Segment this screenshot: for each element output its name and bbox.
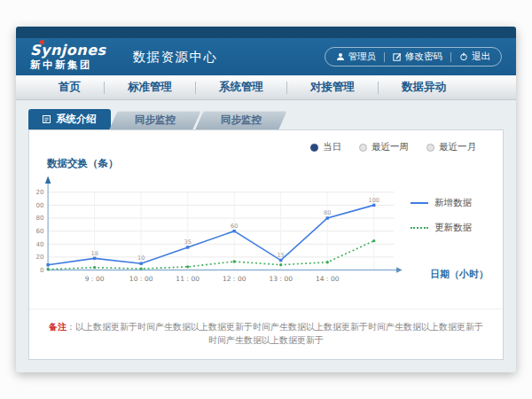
- page-title: 数据资源中心: [119, 49, 218, 66]
- browser-window: Synjones 新中新集团 数据资源中心 管理员: [16, 27, 516, 372]
- y-axis-label: 数据交换（条）: [29, 155, 503, 170]
- user-menu-change-password-label: 修改密码: [405, 51, 442, 63]
- time-range-filters: 当日 最近一周 最近一月: [29, 130, 503, 155]
- svg-text:0: 0: [40, 266, 43, 274]
- tab-system-intro[interactable]: 系统介绍: [28, 109, 111, 129]
- svg-text:20: 20: [36, 253, 43, 261]
- radio-dot-selected: [310, 144, 318, 152]
- legend-updated-data[interactable]: 更新数据: [411, 222, 496, 234]
- green-line-sample: [411, 227, 428, 229]
- nav-item-home[interactable]: 首页: [35, 80, 104, 95]
- tab-sync-monitor-1[interactable]: 同步监控: [113, 111, 197, 129]
- svg-text:80: 80: [324, 209, 331, 216]
- user-icon: [336, 52, 345, 61]
- svg-text:12：00: 12：00: [223, 275, 246, 283]
- svg-text:60: 60: [231, 223, 238, 230]
- user-menu-logout-label: 退出: [472, 51, 490, 63]
- svg-text:18: 18: [90, 250, 98, 257]
- user-menu-logout[interactable]: 退出: [459, 51, 490, 63]
- power-icon: [459, 52, 468, 61]
- user-menu-separator: [450, 52, 451, 62]
- exchange-line-chart: 0204060801001209：0010：0011：0012：0013：001…: [36, 170, 411, 286]
- x-axis-label: 日期（小时）: [430, 268, 489, 281]
- svg-text:80: 80: [36, 214, 43, 222]
- document-icon: [43, 115, 51, 123]
- nav-item-connection-mgmt[interactable]: 对接管理: [287, 80, 378, 95]
- chart-row: 0204060801001209：0010：0011：0012：0013：001…: [29, 170, 503, 286]
- chart-container: 0204060801001209：0010：0011：0012：0013：001…: [36, 170, 411, 286]
- synjones-logo: Synjones 新中新集团: [30, 43, 106, 71]
- user-menu-separator: [384, 52, 385, 62]
- radio-last-month[interactable]: 最近一月: [426, 141, 476, 153]
- radio-dot: [426, 144, 434, 152]
- user-menu: 管理员 修改密码 退出: [325, 47, 503, 66]
- radio-last-month-label: 最近一月: [439, 141, 476, 153]
- svg-text:40: 40: [36, 240, 43, 248]
- svg-text:14：00: 14：00: [316, 275, 340, 283]
- svg-text:9：00: 9：00: [85, 275, 105, 283]
- tab-bar: 系统介绍 同步监控 同步监控: [28, 109, 516, 129]
- edit-icon: [393, 52, 402, 61]
- main-nav: 首页 标准管理 系统管理 对接管理 数据异动: [16, 75, 516, 100]
- legend-updated-data-label: 更新数据: [434, 222, 472, 234]
- app-header: Synjones 新中新集团 数据资源中心 管理员: [16, 38, 516, 75]
- svg-text:35: 35: [184, 239, 192, 246]
- radio-last-week[interactable]: 最近一周: [359, 141, 409, 153]
- tab-system-intro-label: 系统介绍: [56, 113, 97, 126]
- svg-text:13：00: 13：00: [269, 275, 293, 283]
- desktop-background: Synjones 新中新集团 数据资源中心 管理员: [0, 0, 532, 399]
- nav-item-standard-mgmt[interactable]: 标准管理: [105, 80, 195, 95]
- footnote-text: ：以上数据更新于时间产生数据以上数据更新于时间产生数据以上数据更新于时间产生数据…: [66, 322, 483, 345]
- footnote-label: 备注: [49, 322, 66, 332]
- svg-text:10：00: 10：00: [129, 275, 153, 283]
- user-menu-admin[interactable]: 管理员: [336, 51, 377, 63]
- svg-text:10: 10: [137, 254, 145, 262]
- tab-sync-monitor-2[interactable]: 同步监控: [200, 111, 283, 129]
- svg-text:60: 60: [36, 227, 43, 235]
- radio-dot: [359, 144, 367, 152]
- nav-item-data-change[interactable]: 数据异动: [379, 80, 469, 95]
- svg-text:120: 120: [36, 188, 43, 196]
- user-menu-change-password[interactable]: 修改密码: [393, 51, 442, 63]
- legend-new-data-label: 新增数据: [434, 197, 472, 209]
- svg-text:100: 100: [36, 201, 43, 209]
- svg-text:11：00: 11：00: [176, 275, 200, 283]
- content-area: 系统介绍 同步监控 同步监控 当日 最近一周: [16, 100, 516, 372]
- chart-panel: 当日 最近一周 最近一月 数据交换（条） 0204060801001209：00…: [28, 129, 504, 360]
- logo-company-text: 新中新集团: [30, 60, 106, 71]
- footnote: 备注：以上数据更新于时间产生数据以上数据更新于时间产生数据以上数据更新于时间产生…: [29, 309, 503, 359]
- nav-item-system-mgmt[interactable]: 系统管理: [196, 80, 286, 95]
- legend-new-data[interactable]: 新增数据: [411, 197, 496, 209]
- radio-today[interactable]: 当日: [310, 141, 341, 153]
- logo-brand-text: Synjones: [30, 43, 106, 58]
- header-top-strip: [16, 27, 516, 38]
- tab-sync-monitor-1-label: 同步监控: [135, 113, 176, 126]
- blue-line-sample: [411, 202, 428, 204]
- tab-sync-monitor-2-label: 同步监控: [221, 113, 262, 126]
- radio-today-label: 当日: [323, 141, 341, 153]
- svg-text:100: 100: [368, 197, 379, 204]
- svg-text:15: 15: [278, 252, 285, 259]
- user-menu-admin-label: 管理员: [348, 51, 377, 63]
- radio-last-week-label: 最近一周: [372, 141, 409, 153]
